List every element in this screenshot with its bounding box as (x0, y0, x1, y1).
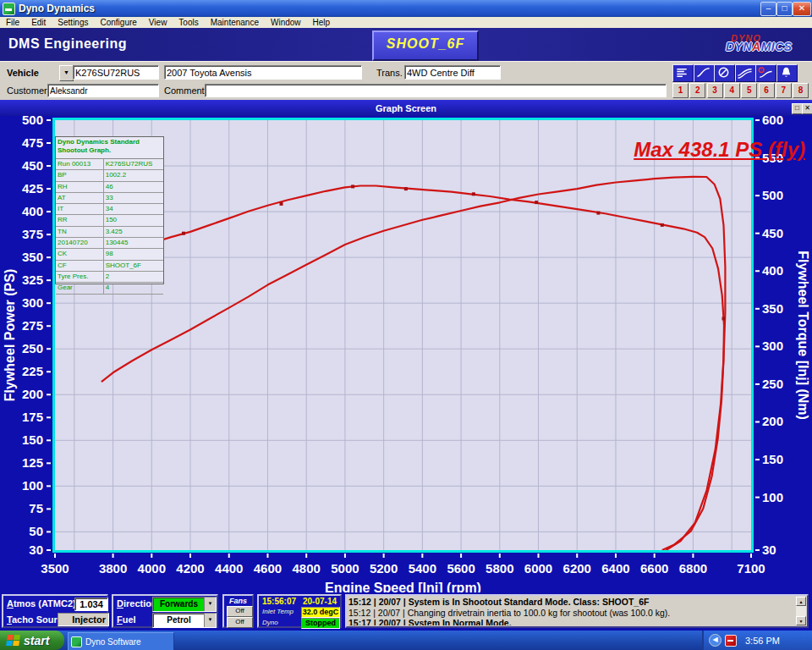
fuel-value: Petrol (153, 614, 205, 627)
vehicle-dropdown-button[interactable]: ▼ (59, 65, 74, 81)
direction-dropdown-arrow[interactable]: ▼ (204, 598, 216, 611)
shootout-class-button[interactable]: SHOOT_6F (372, 30, 479, 61)
fans-label: Fans (224, 597, 252, 605)
tray-clock: 3:56 PM (745, 636, 780, 646)
vehicle-reg-input[interactable] (73, 65, 159, 80)
menu-maintenance[interactable]: Maintenance (205, 17, 265, 28)
preset-button-1[interactable]: 1 (672, 83, 689, 98)
info-row: AT33 (56, 193, 163, 204)
preset-button-6[interactable]: 6 (759, 83, 775, 98)
svg-text:4200: 4200 (176, 561, 204, 576)
info-row: CFSHOOT_6F (56, 261, 163, 272)
info-row: RH46 (56, 182, 163, 193)
svg-text:200: 200 (22, 387, 43, 401)
close-button[interactable]: ✕ (793, 2, 811, 16)
menu-edit[interactable]: Edit (25, 17, 52, 28)
menu-view[interactable]: View (143, 17, 173, 28)
svg-text:100: 100 (762, 490, 783, 504)
date-value: 20-07-14 (303, 597, 337, 606)
scroll-down-icon[interactable]: ▼ (796, 616, 806, 625)
dyno-dynamics-app: Dyno Dynamics – □ ✕ FileEditSettingsConf… (0, 0, 812, 650)
direction-select[interactable]: Forwards ▼ (152, 597, 217, 612)
info-row: Tyre Pres.2 (56, 272, 163, 283)
dyno-dynamics-logo: DYNO DYNAMICS (726, 33, 809, 57)
svg-text:200: 200 (762, 414, 783, 428)
comment-input[interactable] (205, 84, 667, 97)
start-button[interactable]: start (0, 631, 64, 650)
svg-text:250: 250 (762, 377, 783, 391)
timed-run-icon[interactable] (755, 64, 776, 82)
preset-button-5[interactable]: 5 (741, 83, 757, 98)
svg-text:Engine Speed [Inj] (rpm): Engine Speed [Inj] (rpm) (325, 581, 481, 592)
preset-button-8[interactable]: 8 (793, 83, 809, 98)
run-curve-icon[interactable] (694, 64, 715, 82)
taskbar-task-dyno-software[interactable]: Dyno Software (68, 632, 174, 650)
window-title: Dyno Dynamics (19, 3, 95, 14)
svg-text:100: 100 (22, 478, 43, 493)
info-row: Run 00013K276SU72RUS (56, 159, 163, 170)
svg-text:500: 500 (762, 188, 783, 202)
fuel-dropdown-arrow[interactable]: ▼ (204, 614, 216, 627)
preset-button-7[interactable]: 7 (776, 83, 792, 98)
task-label: Dyno Software (85, 637, 141, 647)
info-row: TN3.425 (56, 227, 163, 238)
menu-help[interactable]: Help (307, 17, 337, 28)
menu-window[interactable]: Window (265, 17, 307, 28)
messages-scrollbar[interactable]: ▲ ▼ (796, 597, 806, 625)
minimize-button[interactable]: – (760, 2, 776, 16)
svg-text:275: 275 (22, 318, 43, 333)
preset-button-4[interactable]: 4 (724, 83, 740, 98)
svg-text:175: 175 (22, 410, 43, 424)
svg-text:150: 150 (762, 452, 783, 466)
status-bar: Atmos (ATMC2) 1.034 Tacho Source Injecto… (0, 592, 812, 631)
fan1-button[interactable]: Off (227, 606, 253, 617)
fans-panel: Fans Off Off (222, 594, 254, 628)
system-message: 15:12 | 20/07 | System is In Shootout St… (348, 597, 795, 608)
tray-app-icon[interactable] (725, 635, 737, 647)
svg-text:6000: 6000 (524, 561, 552, 576)
svg-text:5200: 5200 (370, 561, 398, 576)
svg-text:5400: 5400 (409, 561, 436, 576)
menu-configure[interactable]: Configure (95, 17, 143, 28)
svg-text:400: 400 (762, 263, 783, 278)
fuel-select[interactable]: Petrol ▼ (152, 613, 217, 628)
svg-text:4800: 4800 (293, 561, 321, 576)
info-row: RR150 (56, 215, 163, 226)
svg-text:30: 30 (29, 543, 43, 557)
fan2-button[interactable]: Off (227, 617, 253, 628)
run-info-header: Dyno Dynamics Standard Shootout Graph. (56, 137, 163, 159)
preset-button-2[interactable]: 2 (689, 83, 705, 98)
svg-text:375: 375 (22, 227, 43, 241)
max-power-annotation: Max 438.1 PS (fly) (541, 138, 805, 162)
customer-input[interactable] (47, 84, 159, 97)
svg-text:3500: 3500 (41, 561, 69, 576)
dyno-state-value: Stopped (301, 618, 340, 629)
no-entry-icon[interactable] (714, 64, 735, 82)
scroll-up-icon[interactable]: ▲ (796, 597, 806, 606)
svg-text:6400: 6400 (601, 561, 629, 576)
alarm-bell-icon[interactable] (776, 64, 798, 82)
preset-button-3[interactable]: 3 (707, 83, 723, 98)
customer-label: Customer (7, 85, 47, 96)
compare-curves-icon[interactable] (735, 64, 756, 82)
menu-settings[interactable]: Settings (52, 17, 94, 28)
menu-tools[interactable]: Tools (173, 17, 204, 28)
info-row: BP1002.2 (56, 170, 163, 181)
dyno-state-label: Dyno (262, 619, 278, 626)
run-info-rows: Run 00013K276SU72RUSBP1002.2RH46AT33IT34… (56, 159, 163, 295)
info-row: IT34 (56, 204, 163, 215)
tray-chevron-icon[interactable]: ◀ (709, 634, 721, 647)
restore-button[interactable]: □ (776, 2, 793, 16)
vehicle-desc-input[interactable] (164, 65, 362, 80)
svg-text:4400: 4400 (215, 561, 243, 576)
list-icon[interactable] (672, 64, 694, 82)
run-info-box: Dyno Dynamics Standard Shootout Graph. R… (55, 136, 164, 284)
graph-close-button[interactable]: ✕ (802, 103, 812, 114)
system-tray: ◀ 3:56 PM (702, 631, 812, 650)
menu-file[interactable]: File (0, 17, 25, 28)
svg-text:Flywheel Power (PS): Flywheel Power (PS) (3, 269, 17, 401)
trans-input[interactable] (404, 65, 501, 80)
svg-text:75: 75 (29, 501, 43, 515)
system-message: 15:17 | 20/07 | System In Normal Mode. (348, 618, 795, 625)
atmos-label: Atmos (ATMC2) (7, 598, 76, 609)
